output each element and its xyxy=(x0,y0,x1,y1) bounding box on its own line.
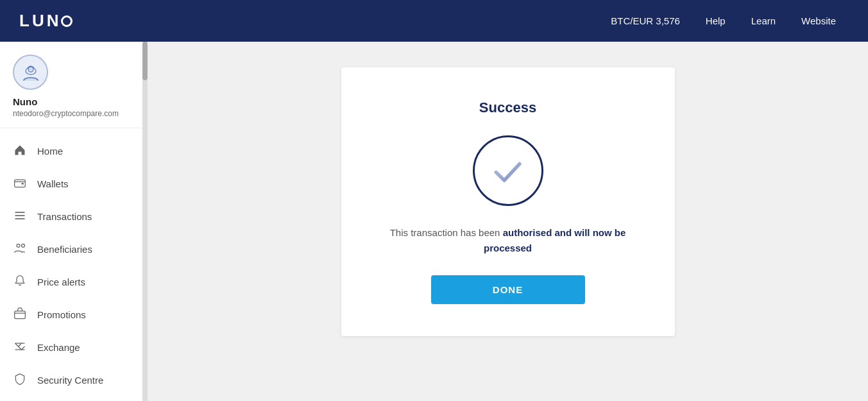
header-nav: BTC/EUR 3,576 Help Learn Website xyxy=(598,15,849,26)
user-email: nteodoro@cryptocompare.com xyxy=(13,109,135,118)
user-name: Nuno xyxy=(13,96,135,107)
promotions-icon xyxy=(13,307,27,322)
sidebar-item-promotions[interactable]: Promotions xyxy=(0,298,148,331)
help-link[interactable]: Help xyxy=(693,15,738,26)
avatar xyxy=(13,55,48,90)
sidebar-item-wallets-label: Wallets xyxy=(37,178,69,189)
exchange-icon xyxy=(13,340,27,355)
sidebar-item-exchange[interactable]: Exchange xyxy=(0,331,148,364)
sidebar: Nuno nteodoro@cryptocompare.com Home Wal… xyxy=(0,42,148,401)
content: Success This transaction has been author… xyxy=(148,42,868,401)
sidebar-scrollbar[interactable] xyxy=(142,42,148,401)
sidebar-item-security-centre[interactable]: Security Centre xyxy=(0,364,148,397)
beneficiaries-icon xyxy=(13,242,27,257)
svg-point-8 xyxy=(17,244,20,247)
transactions-icon xyxy=(13,209,27,224)
logo-o xyxy=(61,15,72,27)
sidebar-item-home[interactable]: Home xyxy=(0,135,148,167)
sidebar-item-security-centre-label: Security Centre xyxy=(37,375,103,386)
home-icon xyxy=(13,144,27,158)
sidebar-item-price-alerts-label: Price alerts xyxy=(37,277,85,287)
bell-icon xyxy=(13,275,27,289)
svg-rect-10 xyxy=(15,311,26,319)
main-layout: Nuno nteodoro@cryptocompare.com Home Wal… xyxy=(0,42,868,401)
sidebar-item-transactions-label: Transactions xyxy=(37,211,92,222)
sidebar-item-home-label: Home xyxy=(37,146,63,157)
success-message-part1: This transaction has been xyxy=(390,227,503,238)
website-link[interactable]: Website xyxy=(788,15,849,26)
success-message-bold: authorised and will now be processed xyxy=(484,227,625,253)
logo: LUN xyxy=(19,11,72,31)
security-icon xyxy=(13,373,27,388)
success-icon-circle xyxy=(473,135,543,206)
sidebar-item-promotions-label: Promotions xyxy=(37,309,86,320)
learn-link[interactable]: Learn xyxy=(738,15,788,26)
svg-rect-3 xyxy=(15,180,26,187)
header: LUN BTC/EUR 3,576 Help Learn Website xyxy=(0,0,868,42)
sidebar-item-wallets[interactable]: Wallets xyxy=(0,167,148,200)
wallet-icon xyxy=(13,176,27,191)
success-message: This transaction has been authorised and… xyxy=(380,225,636,256)
btc-price: BTC/EUR 3,576 xyxy=(598,15,693,26)
sidebar-item-transactions[interactable]: Transactions xyxy=(0,200,148,233)
svg-point-2 xyxy=(28,67,33,72)
success-title: Success xyxy=(479,99,536,116)
svg-rect-4 xyxy=(22,183,24,185)
sidebar-item-price-alerts[interactable]: Price alerts xyxy=(0,266,148,298)
sidebar-item-exchange-label: Exchange xyxy=(37,342,80,353)
sidebar-scrollbar-thumb xyxy=(142,42,148,80)
svg-point-9 xyxy=(22,244,25,247)
nav-menu: Home Wallets Transactions Beneficiaries xyxy=(0,128,148,401)
done-button[interactable]: DONE xyxy=(431,275,585,304)
user-section: Nuno nteodoro@cryptocompare.com xyxy=(0,42,148,128)
sidebar-item-beneficiaries-label: Beneficiaries xyxy=(37,244,92,255)
success-card: Success This transaction has been author… xyxy=(341,67,675,336)
sidebar-item-beneficiaries[interactable]: Beneficiaries xyxy=(0,233,148,266)
